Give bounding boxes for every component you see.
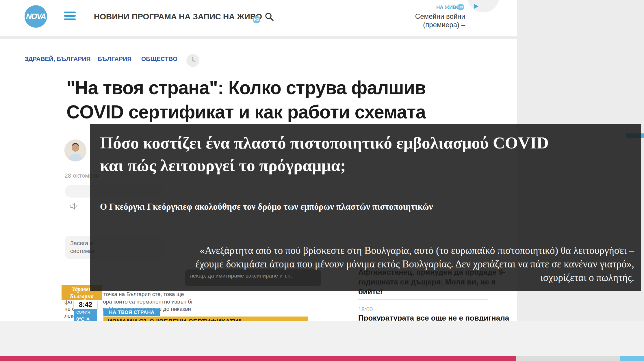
play-icon[interactable] — [474, 4, 478, 9]
tv-chat-line-1: точка на България сте, това ще — [103, 291, 184, 297]
nav-item-novini[interactable]: НОВИНИ — [94, 12, 129, 21]
article-title: "На твоя страна": Колко струва фалшив CO… — [66, 76, 426, 124]
nav-item-na-zapis[interactable]: НА ЗАПИС — [179, 12, 221, 21]
nav-item-programa[interactable]: ПРОГРАМА — [132, 12, 177, 21]
menu-hamburger-icon[interactable] — [64, 12, 76, 22]
nova-logo-text: NOVA — [26, 12, 46, 21]
speaker-icon[interactable] — [70, 202, 78, 211]
tv-kicker-badge: НА ТВОЯ СТРАНА — [103, 308, 160, 316]
nova-logo[interactable]: NOVA — [25, 5, 47, 28]
live-now-link[interactable]: НА ЖИВО — [436, 5, 460, 10]
article-title-line2: COVID сертификат и как работи схемата — [66, 100, 426, 124]
overlay-title: Πόσο κοστίζει ένα πλαστό πιστοποιητικό ε… — [100, 132, 549, 177]
article-title-line1: "На твоя страна": Колко струва фалшив — [66, 76, 426, 100]
author-avatar — [64, 139, 86, 161]
bottom-progress-crimson — [0, 356, 516, 361]
clock-icon — [186, 54, 199, 67]
tv-clock: 8:42 — [74, 300, 97, 309]
overlay-quote: «Ανεξάρτητα από το πού βρίσκεστε στη Βου… — [99, 244, 634, 284]
breadcrumb-zdravei-bulgaria[interactable]: ЗДРАВЕЙ, БЪЛГАРИЯ — [25, 55, 91, 62]
sidebar-divider — [358, 299, 488, 300]
bottom-gray-band — [0, 321, 644, 356]
live-hd-badge: HD — [457, 4, 464, 10]
breadcrumb-bulgaria[interactable]: БЪЛГАРИЯ — [98, 55, 131, 62]
tv-chat-line-2: ора които са перманентно извън бг — [103, 299, 193, 305]
tv-chat-line-3-left: не с — [64, 306, 75, 312]
bottom-progress-blue — [620, 356, 644, 361]
breadcrumb-obshtestvo[interactable]: ОБЩЕСТВО — [141, 55, 177, 62]
nav-hd-badge: HD — [253, 16, 260, 23]
search-icon[interactable] — [265, 12, 274, 23]
overlay-subtitle: Ο Γκεόργκι Γκεόργκιεφ ακολούθησε τον δρό… — [100, 202, 433, 212]
header-divider — [0, 36, 517, 39]
sidebar-item-2-time: 18:00 — [358, 306, 373, 313]
tv-weather-city: СОФИЯ — [76, 310, 97, 315]
translation-overlay: Πόσο κοστίζει ένα πλαστό πιστοποιητικό ε… — [90, 124, 641, 291]
overlay-faint-chat-bubble: лекар; да имитираме ваксиниране и т.н. — [185, 269, 321, 286]
bottom-progress-track — [516, 356, 620, 361]
current-show-title: Семейни войни (премиера) – — [399, 12, 465, 29]
